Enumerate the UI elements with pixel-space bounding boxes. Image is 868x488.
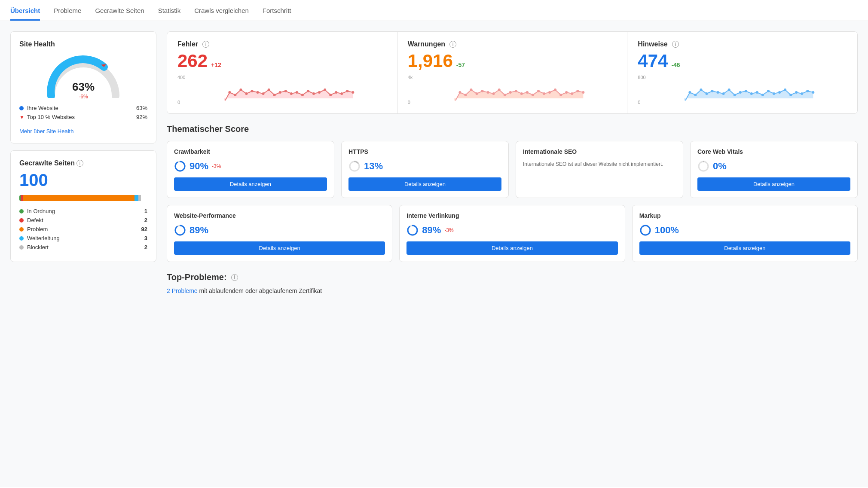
score-card-internationale-seo: Internationale SEOInternationale SEO ist… (516, 141, 683, 198)
warnungen-info-icon[interactable]: i (449, 41, 456, 48)
score-note-internationale-seo: Internationale SEO ist auf dieser Websit… (523, 160, 676, 168)
score-btn-crawlbarkeit[interactable]: Details anzeigen (174, 177, 327, 191)
score-circle-markup (639, 224, 651, 236)
gecrawlte-legend-dot (19, 209, 24, 214)
problem-suffix: mit ablaufendem oder abgelaufenem Zertif… (198, 287, 322, 294)
score-circle-crawlbarkeit (174, 160, 186, 172)
nav-item-crawls-vergleichen[interactable]: Crawls vergleichen (194, 7, 249, 21)
gecrawlte-legend-dot (19, 227, 24, 232)
metric-block-warnungen: Warnungeni1,916-574k0 (397, 32, 628, 113)
score-delta-crawlbarkeit: -3% (212, 163, 221, 169)
gecrawlte-legend-row: In Ordnung1 (19, 208, 147, 214)
nav-item-statistik[interactable]: Statistik (158, 7, 181, 21)
thematischer-score-section: Thematischer Score Crawlbarkeit90%-3%Det… (167, 124, 858, 262)
gauge-diff: -6% (72, 94, 95, 100)
metric-label-warnungen: Warnungeni (408, 40, 617, 48)
gauge-container: 63% -6% (19, 55, 147, 98)
gecrawlte-legend-label: Defekt (27, 217, 43, 223)
score-btn-https[interactable]: Details anzeigen (348, 177, 501, 191)
hinweise-info-icon[interactable]: i (672, 41, 679, 48)
site-health-card: Site Health 63% -6% Ihre Website63%▼Top … (10, 31, 156, 143)
svg-point-80 (699, 162, 708, 171)
score-btn-website-performance[interactable]: Details anzeigen (174, 241, 385, 255)
gecrawlte-seiten-info-icon[interactable]: i (76, 160, 83, 167)
score-circle-interne-verlinkung (406, 224, 419, 236)
chart-y-min-fehler: 0 (177, 100, 180, 105)
gecrawlte-seiten-count: 100 (19, 171, 147, 190)
score-row-core-web-vitals: 0% (697, 160, 850, 172)
top-probleme-title: Top-Probleme: i (167, 272, 858, 282)
chart-y-min-warnungen: 0 (408, 100, 410, 105)
score-percentage-https: 13% (364, 161, 383, 172)
chart-svg-warnungen (421, 75, 617, 101)
gecrawlte-seiten-legend: In Ordnung1Defekt2Problem92Weiterleitung… (19, 208, 147, 250)
gecrawlte-legend-label: In Ordnung (27, 208, 55, 214)
score-btn-markup[interactable]: Details anzeigen (639, 241, 850, 255)
score-grid-bottom: Website-Performance89%Details anzeigenIn… (167, 205, 858, 262)
score-btn-interne-verlinkung[interactable]: Details anzeigen (406, 241, 617, 255)
score-card-title-interne-verlinkung: Interne Verlinkung (406, 212, 617, 219)
mini-chart-hinweise: 8000 (638, 75, 847, 105)
problem-link[interactable]: 2 Probleme (167, 287, 198, 294)
metric-block-fehler: Fehleri262+124000 (167, 32, 397, 113)
legend-row: ▼Top 10 % Websites92% (19, 114, 147, 120)
score-row-website-performance: 89% (174, 224, 385, 236)
score-circle-core-web-vitals (697, 160, 709, 172)
gecrawlte-seiten-title: Gecrawlte Seiten (19, 159, 75, 167)
score-percentage-interne-verlinkung: 89% (422, 225, 441, 236)
legend-value: 92% (136, 114, 147, 120)
score-circle-https (348, 160, 361, 172)
score-percentage-markup: 100% (655, 225, 679, 236)
nav-item-ubersicht[interactable]: Übersicht (10, 7, 40, 21)
score-row-markup: 100% (639, 224, 850, 236)
main-content: Fehleri262+124000Warnungeni1,916-574k0Hi… (156, 31, 858, 476)
site-health-title: Site Health (19, 40, 147, 48)
chart-svg-fehler (190, 75, 387, 101)
gecrawlte-legend-label: Problem (27, 226, 48, 232)
score-card-crawlbarkeit: Crawlbarkeit90%-3%Details anzeigen (167, 141, 334, 198)
nav-item-fortschritt[interactable]: Fortschritt (263, 7, 291, 21)
gauge-percentage: 63% (72, 80, 95, 94)
gecrawlte-legend-value: 2 (144, 244, 147, 250)
gecrawlte-legend-value: 2 (144, 217, 147, 223)
main-nav: ÜbersichtProblemeGecrawlte SeitenStatist… (0, 0, 868, 21)
svg-point-83 (175, 226, 185, 235)
top-probleme-info-icon[interactable]: i (231, 274, 238, 281)
gecrawlte-seiten-progress-bar (19, 195, 147, 201)
gecrawlte-legend-label: Weiterleitung (27, 235, 60, 241)
metric-delta-warnungen: -57 (456, 61, 465, 68)
gecrawlte-legend-dot (19, 245, 24, 250)
score-row-https: 13% (348, 160, 501, 172)
mini-chart-fehler: 4000 (177, 75, 387, 105)
fehler-info-icon[interactable]: i (202, 41, 209, 48)
gecrawlte-legend-row: Blockiert2 (19, 244, 147, 250)
nav-item-gecrawlte-seiten[interactable]: Gecrawlte Seiten (95, 7, 144, 21)
gecrawlte-legend-value: 3 (144, 235, 147, 241)
score-percentage-website-performance: 89% (189, 225, 208, 236)
score-btn-core-web-vitals[interactable]: Details anzeigen (697, 177, 850, 191)
more-site-health-link[interactable]: Mehr über Site Health (19, 128, 73, 134)
nav-item-probleme[interactable]: Probleme (54, 7, 81, 21)
metric-value-fehler: 262+12 (177, 51, 387, 71)
metric-label-hinweise: Hinweisei (638, 40, 847, 48)
metric-number-hinweise: 474 (638, 51, 668, 71)
metric-delta-fehler: +12 (211, 61, 221, 68)
progress-segment-weiterleitung (134, 195, 138, 201)
metric-label-fehler: Fehleri (177, 40, 387, 48)
score-percentage-core-web-vitals: 0% (713, 161, 727, 172)
score-row-interne-verlinkung: 89%-3% (406, 224, 617, 236)
score-card-markup: Markup100%Details anzeigen (632, 205, 858, 262)
sidebar: Site Health 63% -6% Ihre Website63%▼Top … (10, 31, 156, 476)
score-circle-website-performance (174, 224, 186, 236)
svg-point-87 (641, 226, 650, 235)
gecrawlte-legend-dot (19, 218, 24, 223)
score-percentage-crawlbarkeit: 90% (189, 161, 208, 172)
gecrawlte-legend-value: 1 (144, 208, 147, 214)
score-row-crawlbarkeit: 90%-3% (174, 160, 327, 172)
score-card-title-website-performance: Website-Performance (174, 212, 385, 219)
metric-value-hinweise: 474-46 (638, 51, 847, 71)
legend-label: Ihre Website (27, 105, 58, 111)
score-card-title-crawlbarkeit: Crawlbarkeit (174, 148, 327, 155)
progress-segment-problem (23, 195, 134, 201)
metric-number-warnungen: 1,916 (408, 51, 453, 71)
